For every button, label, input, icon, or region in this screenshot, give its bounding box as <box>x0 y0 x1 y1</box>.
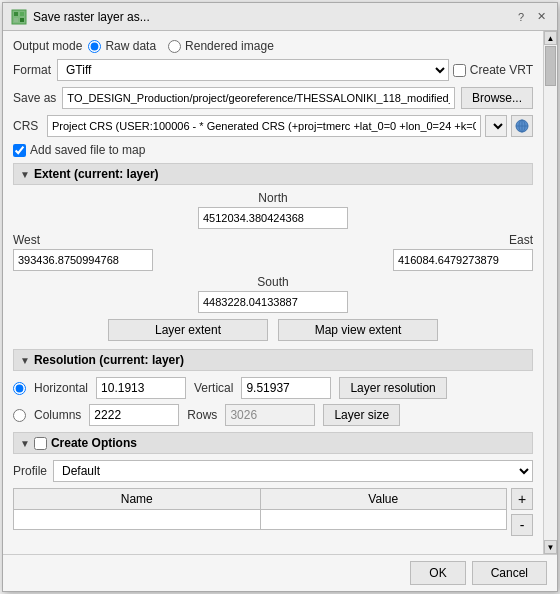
value-col-header: Value <box>261 488 508 510</box>
south-input[interactable] <box>198 291 348 313</box>
close-button[interactable]: ✕ <box>533 9 549 25</box>
horizontal-label: Horizontal <box>34 381 88 395</box>
title-buttons: ? ✕ <box>513 9 549 25</box>
create-vrt-label: Create VRT <box>470 63 533 77</box>
columns-input[interactable] <box>89 404 179 426</box>
name-col-body <box>13 510 261 530</box>
add-option-button[interactable]: + <box>511 488 533 510</box>
east-input[interactable] <box>393 249 533 271</box>
columns-row: Columns Rows Layer size <box>13 404 533 426</box>
west-input[interactable] <box>13 249 153 271</box>
rows-label: Rows <box>187 408 217 422</box>
create-options-checkbox[interactable] <box>34 437 47 450</box>
horizontal-input[interactable] <box>96 377 186 399</box>
profile-row: Profile Default <box>13 460 533 482</box>
format-select[interactable]: GTiff <box>57 59 449 81</box>
scroll-up-button[interactable]: ▲ <box>544 31 557 45</box>
add-saved-label: Add saved file to map <box>30 143 145 157</box>
dialog-footer: OK Cancel <box>3 554 557 591</box>
vertical-label: Vertical <box>194 381 233 395</box>
extent-grid: North West East South <box>13 191 533 313</box>
output-mode-group: Raw data Rendered image <box>88 39 273 53</box>
svg-rect-4 <box>20 18 24 22</box>
north-input[interactable] <box>198 207 348 229</box>
extent-section-title: Extent (current: layer) <box>34 167 159 181</box>
save-as-input[interactable] <box>62 87 455 109</box>
help-button[interactable]: ? <box>513 9 529 25</box>
raw-data-radio[interactable] <box>88 40 101 53</box>
extent-north-cell: North <box>188 191 359 229</box>
format-row: Format GTiff Create VRT <box>13 59 533 81</box>
options-table-area: Name Value + - <box>13 488 533 536</box>
vertical-input[interactable] <box>241 377 331 399</box>
title-left: Save raster layer as... <box>11 9 150 25</box>
main-content: Output mode Raw data Rendered image Form… <box>3 31 543 554</box>
create-options-section-header[interactable]: ▼ Create Options <box>13 432 533 454</box>
west-label: West <box>13 233 40 247</box>
horizontal-row: Horizontal Vertical Layer resolution <box>13 377 533 399</box>
map-view-extent-button[interactable]: Map view extent <box>278 319 438 341</box>
svg-rect-1 <box>14 12 18 16</box>
create-options-collapse-icon: ▼ <box>20 438 30 449</box>
layer-extent-button[interactable]: Layer extent <box>108 319 268 341</box>
dialog-title: Save raster layer as... <box>33 10 150 24</box>
columns-radio[interactable] <box>13 409 26 422</box>
save-raster-dialog: Save raster layer as... ? ✕ Output mode … <box>2 2 558 592</box>
format-select-wrap: GTiff Create VRT <box>57 59 533 81</box>
scroll-down-button[interactable]: ▼ <box>544 540 557 554</box>
ok-button[interactable]: OK <box>410 561 465 585</box>
extent-east-cell: East <box>362 233 533 271</box>
columns-label: Columns <box>34 408 81 422</box>
value-col-body <box>261 510 508 530</box>
format-label: Format <box>13 63 51 77</box>
svg-rect-2 <box>20 12 24 16</box>
north-label: North <box>258 191 287 205</box>
svg-rect-3 <box>14 18 18 22</box>
extent-section-header[interactable]: ▼ Extent (current: layer) <box>13 163 533 185</box>
rendered-image-radio[interactable] <box>168 40 181 53</box>
raster-icon <box>11 9 27 25</box>
scrollable-area: Output mode Raw data Rendered image Form… <box>3 31 557 554</box>
name-col-header: Name <box>13 488 261 510</box>
raw-data-label: Raw data <box>105 39 156 53</box>
rendered-image-option: Rendered image <box>168 39 274 53</box>
scroll-space <box>544 87 557 540</box>
raw-data-option: Raw data <box>88 39 156 53</box>
layer-size-button[interactable]: Layer size <box>323 404 400 426</box>
extent-buttons: Layer extent Map view extent <box>13 319 533 341</box>
horizontal-radio[interactable] <box>13 382 26 395</box>
add-saved-row: Add saved file to map <box>13 143 533 157</box>
browse-button[interactable]: Browse... <box>461 87 533 109</box>
rendered-image-label: Rendered image <box>185 39 274 53</box>
remove-option-button[interactable]: - <box>511 514 533 536</box>
create-vrt-checkbox[interactable] <box>453 64 466 77</box>
cancel-button[interactable]: Cancel <box>472 561 547 585</box>
south-label: South <box>257 275 288 289</box>
crs-label: CRS <box>13 119 43 133</box>
options-table-wrap: Name Value <box>13 488 507 536</box>
options-actions: + - <box>511 488 533 536</box>
add-saved-checkbox[interactable] <box>13 144 26 157</box>
crs-input[interactable] <box>47 115 481 137</box>
resolution-collapse-icon: ▼ <box>20 355 30 366</box>
layer-resolution-button[interactable]: Layer resolution <box>339 377 446 399</box>
resolution-section-header[interactable]: ▼ Resolution (current: layer) <box>13 349 533 371</box>
create-options-section-title: Create Options <box>51 436 137 450</box>
options-table-header: Name Value <box>13 488 507 510</box>
globe-icon <box>515 119 529 133</box>
extent-collapse-icon: ▼ <box>20 169 30 180</box>
scroll-thumb[interactable] <box>545 46 556 86</box>
east-label: East <box>509 233 533 247</box>
profile-label: Profile <box>13 464 47 478</box>
extent-west-cell: West <box>13 233 184 271</box>
output-mode-label: Output mode <box>13 39 82 53</box>
crs-globe-button[interactable] <box>511 115 533 137</box>
scrollbar: ▲ ▼ <box>543 31 557 554</box>
rows-input <box>225 404 315 426</box>
crs-row: CRS <box>13 115 533 137</box>
crs-dropdown[interactable] <box>485 115 507 137</box>
extent-south-cell: South <box>188 275 359 313</box>
options-table-body <box>13 510 507 530</box>
profile-select[interactable]: Default <box>53 460 533 482</box>
save-as-label: Save as <box>13 91 56 105</box>
